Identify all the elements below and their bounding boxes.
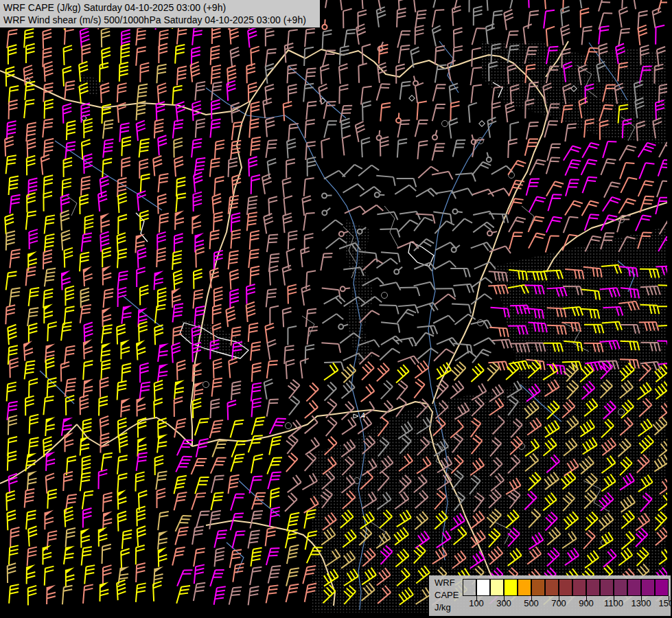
legend-colorbox <box>545 579 559 596</box>
legend-tick-label: 300 <box>496 598 511 608</box>
legend-tick-label: 100 <box>469 598 484 608</box>
legend-colorbox <box>504 579 518 596</box>
station-annotation: 4 <box>353 411 365 420</box>
legend-colorbox <box>614 579 627 596</box>
station-flag-icon <box>353 413 360 419</box>
legend-colorbox <box>531 579 545 596</box>
legend-colorbox <box>476 579 490 596</box>
map-title-bar: WRF CAPE (J/kg) Saturday 04-10-2025 03:0… <box>0 0 321 28</box>
weather-map-frame: WRF CAPE (J/kg) Saturday 04-10-2025 03:0… <box>0 0 672 618</box>
legend-label-model: WRF <box>435 577 459 589</box>
legend-colorbox <box>627 579 641 596</box>
legend-label-unit: J/kg <box>435 602 459 614</box>
legend-tick-label: 1100 <box>604 598 623 608</box>
legend-colorbox <box>586 579 600 596</box>
legend-colorbox <box>559 579 572 596</box>
map-title-shear: WRF Wind shear (m/s) 500/1000hPa Saturda… <box>3 14 320 26</box>
legend-colorbox <box>572 579 586 596</box>
cape-legend-panel: WRF CAPE J/kg 10030050070090011001300150… <box>429 575 671 616</box>
legend-colorbox <box>600 579 614 596</box>
weather-map-canvas <box>0 0 667 613</box>
station-annotation-value: 4 <box>361 411 365 420</box>
legend-tick-label: 900 <box>579 598 594 608</box>
map-title-cape: WRF CAPE (J/kg) Saturday 04-10-2025 03:0… <box>3 1 320 14</box>
legend-colorbox <box>463 579 476 596</box>
legend-tick-label: 700 <box>551 598 566 608</box>
legend-label-variable: CAPE <box>435 589 459 602</box>
legend-colorbox <box>490 579 504 596</box>
cape-legend-label: WRF CAPE J/kg <box>435 577 459 614</box>
legend-tick-label: 1300 <box>632 598 651 608</box>
legend-colorbox <box>655 579 669 596</box>
legend-colorbox <box>641 579 655 596</box>
legend-colorbox <box>518 579 531 596</box>
legend-tick-label: 1500 <box>659 598 672 608</box>
legend-tick-label: 500 <box>524 598 539 608</box>
